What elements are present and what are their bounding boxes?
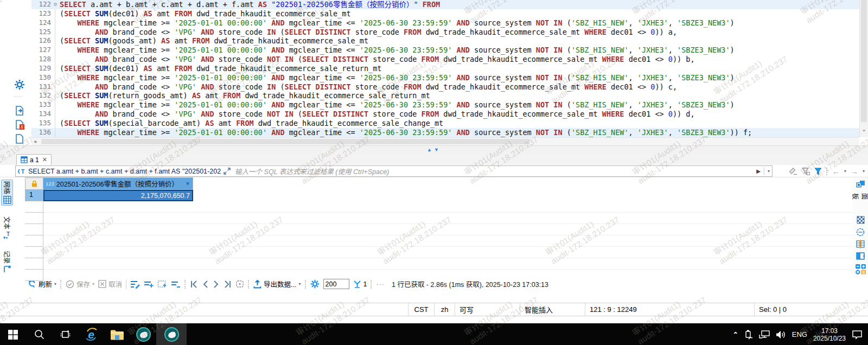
metadata-icon[interactable] xyxy=(856,228,865,237)
scroll-left-arrow-icon[interactable]: ◂ xyxy=(31,138,36,144)
sash-up-icon[interactable]: ▲ xyxy=(427,147,434,152)
gear-icon[interactable] xyxy=(14,79,25,90)
fold-collapse-icon[interactable]: ⊖ xyxy=(51,0,60,9)
code-line-124[interactable]: 124 WHERE mgclear_time >= '2025-01-01 00… xyxy=(31,18,859,28)
last-row-icon[interactable] xyxy=(223,280,232,288)
file-explorer-button[interactable] xyxy=(104,323,130,345)
editor-vertical-scrollbar[interactable]: ⌄ xyxy=(859,0,868,137)
empty-row-stub[interactable] xyxy=(25,201,43,213)
status-timezone[interactable]: CST xyxy=(408,303,434,316)
show-hidden-icons-button[interactable]: ⌃ xyxy=(733,331,738,338)
fetch-size-input[interactable] xyxy=(323,279,349,289)
tab-grid-view[interactable]: 网格 xyxy=(1,180,13,206)
status-language[interactable]: zh xyxy=(434,303,455,316)
editor-horizontal-scrollbar[interactable]: ◂ xyxy=(31,137,859,145)
expand-filter-icon[interactable] xyxy=(224,168,231,175)
network-icon[interactable] xyxy=(759,330,770,339)
code-line-128[interactable]: 128 AND brand_code <> 'VPG' AND store_co… xyxy=(31,55,859,64)
code-line-127[interactable]: 127 WHERE mgclear_time >= '2025-01-01 00… xyxy=(31,46,859,55)
scrollbar-thumb[interactable] xyxy=(861,0,867,122)
empty-row-stub[interactable] xyxy=(25,235,43,247)
code-line-126[interactable]: 126(SELECT SUM(goods_amt) AS amt FROM dw… xyxy=(31,36,859,46)
value-viewer-icon[interactable] xyxy=(857,216,865,224)
code-line-123[interactable]: 123(SELECT SUM(dec01) AS amt FROM dwd_tr… xyxy=(31,9,859,18)
tab-record-view[interactable]: 记录 xyxy=(1,250,13,274)
fetch-next-page[interactable]: 1 xyxy=(353,280,367,288)
close-icon[interactable]: ✕ xyxy=(42,156,47,163)
status-writable[interactable]: 可写 xyxy=(455,303,520,316)
empty-row-stub[interactable] xyxy=(25,258,43,270)
volume-icon[interactable] xyxy=(776,330,786,339)
go-to-row-icon[interactable] xyxy=(235,280,244,288)
dbeaver-app-button-active[interactable] xyxy=(156,323,187,345)
export-data-button[interactable]: 导出数据... ▾ xyxy=(253,279,301,289)
panel-actions-icons[interactable] xyxy=(856,264,866,274)
results-tab-a1[interactable]: a 1 ✕ xyxy=(16,154,52,165)
previous-row-icon[interactable] xyxy=(202,280,209,288)
script-error-icon[interactable]: ! xyxy=(14,119,25,130)
column-dropdown-icon[interactable]: ▼ xyxy=(185,181,190,187)
start-button[interactable] xyxy=(0,323,26,345)
code-line-129[interactable]: 129(SELECT SUM(dec01) AS amt FROM dwd_tr… xyxy=(31,64,859,73)
code-line-125[interactable]: 125 AND brand_code <> 'VPG' AND store_co… xyxy=(31,28,859,37)
filter-settings-icon[interactable] xyxy=(802,168,810,175)
code-line-130[interactable]: 130 WHERE mgclear_time >= '2025-01-01 00… xyxy=(31,73,859,82)
first-row-icon[interactable] xyxy=(190,280,199,288)
result-grid[interactable]: 123 202501-202506零售金额（按照分销价） ▼ 1 2,175,0… xyxy=(25,177,853,274)
fetch-settings-gear-icon[interactable] xyxy=(310,279,320,289)
action-center-icon[interactable] xyxy=(852,330,863,340)
layout-panel-icon[interactable] xyxy=(856,252,865,260)
empty-row-stub[interactable] xyxy=(25,270,43,281)
usb-device-icon[interactable] xyxy=(744,330,753,340)
execute-script-icon[interactable] xyxy=(14,105,25,116)
keyboard-language[interactable]: ENG xyxy=(792,330,807,338)
dbeaver-app-button[interactable] xyxy=(130,323,156,345)
grid-corner-cell[interactable] xyxy=(25,177,43,190)
overflow-menu-icon[interactable]: ··· xyxy=(376,280,385,288)
search-button[interactable] xyxy=(26,323,52,345)
script-doc-icon[interactable] xyxy=(14,133,25,144)
filter-enabled-icon[interactable] xyxy=(814,168,822,175)
filter-history-caret-icon[interactable]: ▾ xyxy=(768,169,770,174)
edit-row-icon[interactable] xyxy=(130,280,140,289)
next-row-icon[interactable] xyxy=(213,280,219,288)
editor-results-sash[interactable]: ▲▼ xyxy=(0,145,868,154)
scroll-down-arrow-icon[interactable]: ⌄ xyxy=(860,126,868,133)
panels-label[interactable]: 面板 xyxy=(851,193,868,206)
sash-down-icon[interactable]: ▼ xyxy=(434,147,441,152)
empty-row-stub[interactable] xyxy=(25,224,43,235)
filter-back-icon[interactable]: ← xyxy=(832,168,840,175)
duplicate-row-icon[interactable] xyxy=(157,280,167,289)
status-caret-position[interactable]: 121 : 9 : 12249 xyxy=(585,303,754,316)
row-header[interactable]: 1 xyxy=(25,190,43,201)
erase-filter-icon[interactable] xyxy=(789,168,797,175)
filter-forward-icon[interactable]: → xyxy=(851,168,858,175)
caret-down-icon[interactable]: ▾ xyxy=(863,169,865,174)
code-line-133[interactable]: 133 WHERE mgclear_time >= '2025-01-01 00… xyxy=(31,100,859,110)
delete-row-icon[interactable] xyxy=(171,280,181,289)
scrollbar-thumb[interactable] xyxy=(41,139,529,144)
sql-code-area[interactable]: 122⊖SELECT a.amt + b.amt + c.amt + d.amt… xyxy=(31,0,859,137)
internet-explorer-button[interactable]: e xyxy=(78,323,104,345)
taskbar-clock[interactable]: 17:03 2025/10/23 xyxy=(813,327,846,342)
cancel-button[interactable]: 取消 xyxy=(98,279,122,289)
save-button[interactable]: 保存 ▾ xyxy=(66,279,94,289)
panels-icon[interactable] xyxy=(856,180,865,189)
sql-editor[interactable]: ···· ! 122⊖SELECT a.amt + b.amt + c.amt … xyxy=(0,0,868,145)
code-line-136[interactable]: 136 WHERE mgclear_time >= '2025-01-01 00… xyxy=(31,128,859,137)
code-line-122[interactable]: 122⊖SELECT a.amt + b.amt + c.amt + d.amt… xyxy=(31,0,859,9)
empty-row-stub[interactable] xyxy=(25,247,43,258)
code-line-132[interactable]: 132(SELECT SUM(return_goods_amt) AS amt … xyxy=(31,91,859,100)
code-line-131[interactable]: 131 AND brand_code <> 'VPG' AND store_co… xyxy=(31,82,859,92)
add-row-icon[interactable] xyxy=(144,280,154,289)
empty-row-stub[interactable] xyxy=(25,213,43,224)
calc-panel-icon[interactable] xyxy=(856,240,865,248)
apply-filter-icon[interactable]: ▶ xyxy=(756,168,761,174)
grid-empty-area[interactable] xyxy=(43,201,853,274)
status-selection[interactable]: Sel: 0 | 0 xyxy=(754,303,868,316)
code-line-135[interactable]: 135(SELECT SUM(special_barcode_amt) AS a… xyxy=(31,119,859,128)
status-insert-mode[interactable]: 智能插入 xyxy=(520,303,585,316)
code-line-134[interactable]: 134 AND brand_code <> 'VPG' AND store_co… xyxy=(31,110,859,119)
result-value-cell[interactable]: 2,175,070,650.7 xyxy=(43,190,193,201)
filter-input[interactable]: T SELECT a.amt + b.amt + c.amt + d.amt +… xyxy=(15,165,773,177)
